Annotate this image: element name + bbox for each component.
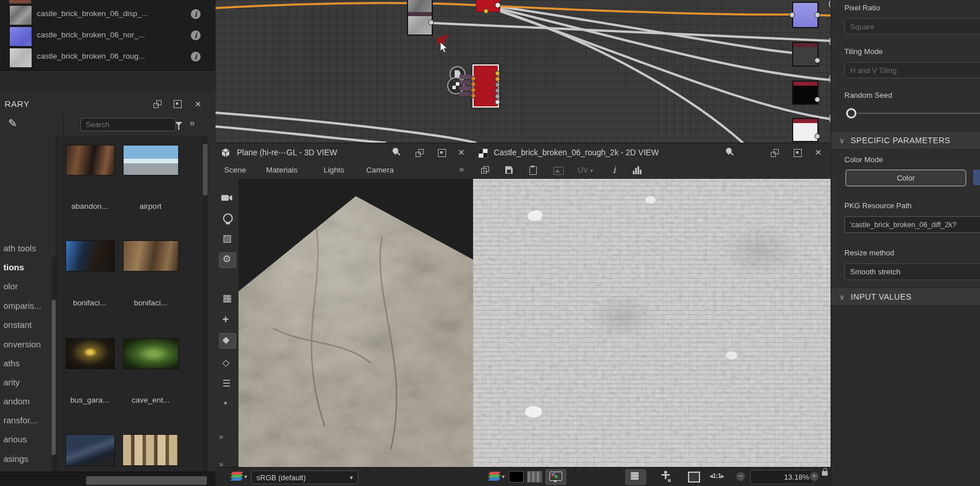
gradient-swatch[interactable] bbox=[527, 471, 542, 483]
node-input-dot[interactable] bbox=[471, 87, 476, 93]
menu-lights[interactable]: Lights bbox=[324, 166, 344, 174]
zoom-in-button[interactable]: + bbox=[810, 472, 818, 481]
category-item[interactable]: onversion bbox=[3, 338, 41, 351]
menu-scene[interactable]: Scene bbox=[224, 166, 246, 174]
node-output-dot[interactable] bbox=[495, 2, 501, 8]
info-icon[interactable]: i bbox=[191, 9, 201, 19]
category-item[interactable]: andom bbox=[3, 395, 30, 408]
zoom-value-box[interactable]: 13.18% bbox=[750, 470, 814, 484]
node-input-dot[interactable] bbox=[471, 93, 476, 98]
cube-solid-icon[interactable]: ◆ bbox=[222, 335, 229, 344]
hdri-thumbnail-airport[interactable] bbox=[123, 145, 179, 175]
image-icon[interactable]: ▨ bbox=[222, 234, 232, 243]
close-icon[interactable]: × bbox=[815, 148, 821, 156]
close-icon[interactable]: × bbox=[195, 100, 201, 108]
view2d-titlebar[interactable]: Castle_brick_broken_06_rough_2k - 2D VIE… bbox=[473, 143, 831, 163]
random-seed-slider-handle[interactable] bbox=[846, 108, 856, 118]
perspective-grid-icon[interactable]: ▦ bbox=[222, 294, 232, 303]
toolbar-overflow-chevron[interactable]: » bbox=[219, 432, 224, 441]
node-output-dot[interactable] bbox=[495, 100, 500, 105]
library-overflow-chevron[interactable]: » bbox=[190, 118, 195, 128]
texture-list-row[interactable]: castle_brick_broken_06_disp_... i bbox=[0, 4, 216, 25]
category-item[interactable]: asings bbox=[3, 452, 28, 466]
info-italic-icon[interactable]: i bbox=[613, 164, 616, 175]
copy-view-icon[interactable] bbox=[481, 166, 489, 174]
maximize-icon[interactable] bbox=[438, 149, 446, 157]
specific-parameters-header[interactable]: ∨ SPECIFIC PARAMETERS bbox=[831, 131, 980, 150]
hdri-thumbnail-cave-entrance[interactable] bbox=[123, 338, 179, 369]
category-item[interactable]: ath tools bbox=[3, 242, 36, 255]
texture-list-row[interactable]: castle_brick_broken_06_nor_... i bbox=[0, 25, 216, 47]
category-item[interactable]: tions bbox=[3, 261, 24, 274]
pkg-resource-path-field[interactable]: 'castle_brick_broken_06_diff_2k? bbox=[844, 216, 980, 233]
view2d-viewport[interactable] bbox=[473, 179, 831, 467]
save-icon[interactable] bbox=[505, 166, 513, 174]
info-icon[interactable]: i bbox=[191, 52, 201, 62]
node-output-dot[interactable] bbox=[428, 20, 434, 25]
chevron-down-icon[interactable]: ▾ bbox=[502, 473, 505, 480]
lightbulb-icon[interactable] bbox=[223, 213, 233, 223]
texture-list-row[interactable]: castle_brick_broken_06_roug... i bbox=[0, 47, 216, 68]
view3d-titlebar[interactable]: Plane (hi-re⋯GL - 3D VIEW × bbox=[216, 143, 473, 163]
camera-icon[interactable] bbox=[221, 194, 233, 202]
category-scrollbar-thumb[interactable] bbox=[52, 300, 56, 455]
paste-icon[interactable] bbox=[529, 166, 537, 175]
search-input[interactable] bbox=[80, 118, 176, 131]
close-icon[interactable]: × bbox=[458, 148, 464, 156]
hdri-thumbnail-room[interactable] bbox=[122, 434, 179, 466]
menu-camera[interactable]: Camera bbox=[366, 166, 394, 174]
maximize-icon[interactable] bbox=[794, 149, 802, 157]
node-output-dot[interactable] bbox=[814, 133, 820, 139]
layers-stack-icon[interactable]: ☰ bbox=[222, 379, 230, 388]
category-scrollbar[interactable] bbox=[52, 257, 56, 486]
hdri-thumbnail-bonifacio-1[interactable] bbox=[66, 240, 115, 271]
zoom-out-button[interactable]: − bbox=[736, 472, 745, 481]
grid-scrollbar-thumb[interactable] bbox=[203, 144, 207, 196]
node-output-dot[interactable] bbox=[814, 97, 820, 102]
move-axis-icon[interactable]: + bbox=[222, 315, 229, 323]
mannequin-icon[interactable] bbox=[661, 470, 671, 483]
node-input-dot[interactable] bbox=[471, 76, 476, 81]
grayscale-button-partial[interactable] bbox=[973, 170, 980, 185]
node-output-dot[interactable] bbox=[495, 88, 500, 93]
category-item[interactable]: onstant bbox=[3, 318, 32, 332]
node-input-dot[interactable] bbox=[789, 12, 795, 18]
one-to-one-icon[interactable]: ◂1:1▸ bbox=[710, 473, 724, 479]
resize-method-dropdown[interactable]: Smooth stretch bbox=[844, 263, 980, 280]
histogram-icon[interactable] bbox=[633, 166, 642, 174]
category-item[interactable]: ransfor... bbox=[3, 414, 37, 427]
horizontal-scrollbar-thumb[interactable] bbox=[86, 476, 207, 485]
node-output-dot[interactable] bbox=[814, 12, 820, 18]
color-layers-icon[interactable] bbox=[489, 472, 501, 482]
info-icon[interactable]: i bbox=[191, 30, 201, 40]
menu-overflow-chevron[interactable]: » bbox=[459, 164, 464, 174]
wand-icon[interactable]: ⋆ bbox=[222, 399, 229, 407]
category-item[interactable]: aths bbox=[3, 357, 20, 370]
view3d-viewport[interactable] bbox=[239, 179, 473, 467]
filter-funnel-icon[interactable] bbox=[175, 122, 182, 126]
fit-frame-icon[interactable] bbox=[688, 472, 700, 483]
node-input-dot[interactable] bbox=[471, 82, 476, 87]
node-output-dot[interactable] bbox=[495, 82, 500, 87]
node-output-dot[interactable] bbox=[495, 94, 500, 99]
node-gray[interactable] bbox=[792, 42, 818, 67]
chevron-down-icon[interactable]: ▾ bbox=[244, 473, 247, 480]
pin-icon[interactable] bbox=[725, 147, 733, 155]
gear-icon[interactable]: ⚙ bbox=[222, 255, 231, 263]
color-layers-icon[interactable] bbox=[232, 472, 243, 482]
hdri-thumbnail-bonifacio-2[interactable] bbox=[123, 240, 179, 271]
category-item[interactable]: omparis... bbox=[3, 299, 41, 313]
node-graph-canvas[interactable] bbox=[216, 0, 831, 143]
pencil-icon[interactable]: ✎ bbox=[8, 119, 17, 128]
hdri-thumbnail-bus-garage[interactable] bbox=[66, 338, 115, 369]
float-window-icon[interactable] bbox=[771, 149, 778, 156]
category-item[interactable]: olor bbox=[3, 280, 18, 293]
cube-wire-icon[interactable]: ◇ bbox=[222, 358, 229, 367]
float-window-icon[interactable] bbox=[416, 149, 423, 156]
random-seed-slider-track[interactable] bbox=[858, 113, 980, 114]
color-mode-button[interactable]: Color bbox=[846, 170, 966, 186]
node-white[interactable] bbox=[792, 118, 818, 142]
pin-icon[interactable] bbox=[391, 147, 399, 155]
menu-materials[interactable]: Materials bbox=[266, 166, 298, 174]
node-output-dot[interactable] bbox=[495, 76, 500, 82]
